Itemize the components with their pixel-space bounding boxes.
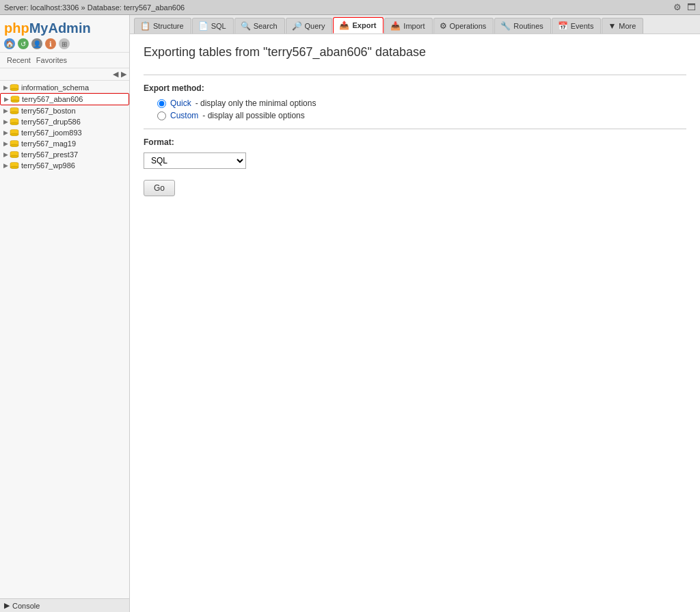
section-divider-2 [144, 129, 686, 129]
svg-point-12 [10, 111, 18, 114]
operations-tab-label: Operations [450, 22, 487, 30]
db-item[interactable]: ▶ information_schema [0, 82, 129, 93]
routines-tab-icon: 🔧 [500, 21, 511, 31]
expand-arrow-icon: ▶ [3, 108, 8, 114]
export-tab-icon: 📤 [339, 21, 349, 30]
events-tab-label: Events [571, 22, 594, 30]
routines-tab-label: Routines [513, 22, 543, 30]
sidebar-resize-controls: ◀ ▶ [0, 68, 129, 81]
db-name-label: information_schema [21, 83, 89, 92]
console-bar[interactable]: ▶ Console [0, 598, 129, 612]
svg-point-17 [10, 122, 18, 125]
more-tab-label: More [619, 22, 636, 30]
svg-point-2 [10, 88, 18, 91]
database-icon [10, 107, 19, 114]
db-item[interactable]: ▶ terry567_aban606 [0, 93, 129, 105]
settings-icon[interactable]: ⚙ [673, 2, 682, 12]
db-name-label: terry567_boston [21, 107, 76, 115]
db-name-label: terry567_aban606 [22, 95, 83, 103]
recent-button[interactable]: Recent [4, 55, 33, 66]
window-controls: ⚙ 🗖 [673, 2, 696, 12]
collapse-left-button[interactable]: ◀ [113, 70, 118, 79]
svg-point-27 [10, 144, 18, 147]
sidebar: phpMyAdmin 🏠 ↺ 👤 ℹ ⊞ Recent Favorites ◀ … [0, 15, 130, 612]
database-icon [10, 162, 19, 169]
svg-point-32 [10, 155, 18, 158]
structure-tab-label: Structure [153, 22, 184, 30]
account-settings-icon[interactable]: 👤 [31, 38, 42, 49]
expand-icon[interactable]: 🗖 [687, 2, 696, 12]
database-list: ▶ information_schema▶ terry567_aban606▶ … [0, 81, 129, 598]
tab-operations[interactable]: ⚙Operations [433, 18, 494, 34]
export-method-label: Export method: [144, 83, 686, 93]
db-item[interactable]: ▶ terry567_joom893 [0, 127, 129, 138]
expand-arrow-icon: ▶ [3, 141, 8, 146]
recent-favorites-bar: Recent Favorites [0, 53, 129, 68]
logo-icons: 🏠 ↺ 👤 ℹ ⊞ [4, 38, 125, 49]
db-item[interactable]: ▶ terry567_mag19 [0, 138, 129, 149]
export-tab-label: Export [352, 21, 376, 29]
tab-search[interactable]: 🔍Search [234, 18, 285, 34]
query-tab-icon: 🔎 [292, 21, 302, 31]
go-button[interactable]: Go [144, 180, 175, 196]
database-icon [10, 84, 19, 91]
db-name-label: terry567_mag19 [21, 139, 76, 148]
tab-import[interactable]: 📥Import [384, 18, 432, 34]
expand-arrow-icon: ▶ [3, 96, 9, 102]
expand-right-button[interactable]: ▶ [121, 70, 126, 79]
key-icon[interactable]: ⊞ [59, 38, 70, 49]
console-icon: ▶ [4, 601, 10, 610]
svg-point-22 [10, 133, 18, 136]
go-button-container: Go [144, 169, 686, 196]
favorites-button[interactable]: Favorites [33, 55, 70, 66]
page-content: Exporting tables from "terry567_aban606"… [130, 34, 700, 612]
import-tab-icon: 📥 [390, 21, 401, 31]
import-tab-label: Import [403, 22, 425, 30]
db-item[interactable]: ▶ terry567_boston [0, 105, 129, 116]
tab-routines[interactable]: 🔧Routines [494, 18, 550, 34]
tab-more[interactable]: ▼More [602, 18, 643, 34]
tab-sql[interactable]: 📄SQL [192, 18, 234, 34]
expand-arrow-icon: ▶ [3, 163, 8, 168]
sql-tab-label: SQL [211, 22, 226, 30]
database-icon [10, 140, 19, 147]
db-name-label: terry567_joom893 [21, 129, 82, 137]
info-icon[interactable]: ℹ [45, 38, 56, 49]
expand-arrow-icon: ▶ [3, 130, 8, 135]
custom-desc: - display all possible options [202, 111, 304, 120]
structure-tab-icon: 📋 [140, 21, 150, 31]
events-tab-icon: 📅 [558, 21, 568, 31]
tab-structure[interactable]: 📋Structure [134, 18, 191, 34]
search-tab-icon: 🔍 [241, 21, 251, 31]
db-item[interactable]: ▶ terry567_wp986 [0, 160, 129, 171]
db-name-label: terry567_prest37 [21, 150, 78, 159]
operations-tab-icon: ⚙ [440, 21, 447, 31]
refresh-icon[interactable]: ↺ [18, 38, 29, 49]
db-item[interactable]: ▶ terry567_drup586 [0, 116, 129, 127]
quick-radio[interactable] [157, 99, 166, 108]
quick-desc: - display only the minimal options [196, 98, 317, 108]
logo-myadmin: MyAdmin [29, 21, 91, 36]
db-item[interactable]: ▶ terry567_prest37 [0, 149, 129, 160]
custom-option[interactable]: Custom - display all possible options [157, 111, 686, 120]
quick-option[interactable]: Quick - display only the minimal options [157, 98, 686, 108]
system-top-bar: Server: localhost:3306 » Database: terry… [0, 0, 700, 15]
more-tab-icon: ▼ [608, 21, 616, 31]
database-icon [10, 118, 19, 125]
tab-events[interactable]: 📅Events [552, 18, 602, 34]
quick-label: Quick [170, 98, 191, 108]
tab-export[interactable]: 📤Export [333, 17, 383, 34]
custom-radio[interactable] [157, 111, 166, 120]
home-icon[interactable]: 🏠 [4, 38, 15, 49]
database-icon [10, 129, 19, 136]
format-select[interactable]: SQLCSVCSV for MS ExcelJSONPDFXML [144, 152, 246, 169]
format-section: Format: SQLCSVCSV for MS ExcelJSONPDFXML [144, 137, 686, 169]
logo-text: phpMyAdmin [4, 21, 125, 36]
export-method-group: Quick - display only the minimal options… [144, 98, 686, 120]
database-icon [10, 96, 20, 103]
tab-query[interactable]: 🔎Query [286, 18, 333, 34]
format-label: Format: [144, 137, 686, 147]
expand-arrow-icon: ▶ [3, 152, 8, 157]
console-label: Console [12, 602, 40, 610]
db-name-label: terry567_drup586 [21, 118, 81, 126]
